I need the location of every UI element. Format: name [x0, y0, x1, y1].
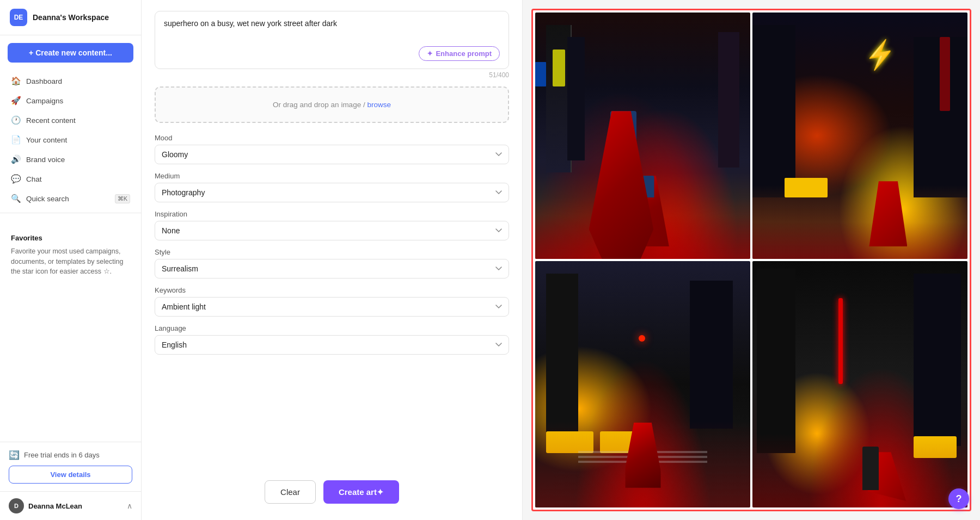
main-nav: 🏠 Dashboard 🚀 Campaigns 🕐 Recent content… [0, 67, 141, 234]
chat-icon: 💬 [11, 174, 21, 184]
help-button[interactable]: ? [948, 488, 969, 509]
building [690, 281, 733, 429]
billboard [553, 49, 566, 86]
bottom-actions: Clear Create art✦ [155, 471, 509, 509]
city-overlay-1 [535, 13, 750, 259]
favorites-title: Favorites [11, 234, 130, 242]
browse-link[interactable]: browse [367, 101, 391, 109]
sidebar-item-label: Quick search [26, 195, 69, 203]
mood-select[interactable]: Gloomy Happy Dark Mysterious Energetic [155, 145, 509, 164]
billboard [535, 62, 546, 86]
superhero-figure [625, 423, 660, 488]
prompt-text: superhero on a busy, wet new york street… [164, 19, 500, 41]
drag-drop-text: Or drag and drop an image / browse [273, 101, 391, 109]
cape [869, 181, 907, 246]
favorites-description: Favorite your most used campaigns, docum… [11, 246, 130, 277]
sidebar: DE Deanna's Workspace + Create new conte… [0, 0, 142, 520]
view-details-button[interactable]: View details [9, 466, 132, 484]
language-label: Language [155, 324, 509, 332]
sidebar-item-label: Recent content [26, 116, 76, 125]
neon-sign [838, 298, 843, 385]
content-area: superhero on a busy, wet new york street… [142, 0, 980, 520]
building [567, 37, 585, 160]
trial-icon: 🔄 [9, 450, 20, 460]
user-info: D Deanna McLean [9, 498, 82, 513]
create-new-button[interactable]: + Create new content... [8, 43, 133, 63]
your-content-icon: 📄 [11, 135, 21, 145]
building [546, 274, 578, 434]
inspiration-select[interactable]: None Cinematic Comic Book Abstract [155, 221, 509, 240]
enhance-prompt-button[interactable]: ✦ Enhance prompt [419, 46, 500, 61]
generated-image-2[interactable]: ⚡ [752, 13, 967, 259]
right-panel: ⚡ [523, 0, 980, 520]
generated-image-1[interactable] [535, 13, 750, 259]
keyboard-shortcut: ⌘K [115, 194, 130, 203]
mood-label: Mood [155, 134, 509, 142]
sidebar-item-label: Your content [26, 136, 67, 144]
trial-info: 🔄 Free trial ends in 6 days [9, 450, 132, 460]
main-content: superhero on a busy, wet new york street… [142, 0, 980, 520]
wet-reflection [535, 197, 750, 259]
user-avatar: D [9, 498, 24, 513]
cape [625, 423, 660, 488]
mood-group: Mood Gloomy Happy Dark Mysterious Energe… [155, 134, 509, 164]
sidebar-item-chat[interactable]: 💬 Chat [0, 169, 141, 189]
user-footer: D Deanna McLean ∧ [0, 491, 141, 520]
building [757, 269, 795, 454]
building [752, 25, 795, 197]
sidebar-item-dashboard[interactable]: 🏠 Dashboard [0, 71, 141, 91]
city-overlay-2: ⚡ [752, 13, 967, 259]
enhance-icon: ✦ [427, 49, 433, 58]
medium-select[interactable]: Photography Digital Art Oil Painting Wat… [155, 183, 509, 202]
generated-image-4[interactable] [752, 261, 967, 507]
superhero-figure [869, 181, 907, 246]
style-select[interactable]: Surrealism Realism Fantasy Minimalism [155, 259, 509, 278]
left-panel: superhero on a busy, wet new york street… [142, 0, 523, 520]
superhero-figure [862, 447, 879, 490]
sidebar-item-label: Dashboard [26, 77, 62, 85]
sidebar-item-recent[interactable]: 🕐 Recent content [0, 110, 141, 130]
lightning-billboard: ⚡ [862, 40, 899, 71]
neon-sign [940, 37, 951, 111]
search-icon: 🔍 [11, 194, 21, 203]
sidebar-item-brand-voice[interactable]: 🔊 Brand voice [0, 150, 141, 169]
enhance-label: Enhance prompt [436, 49, 492, 58]
sidebar-item-your-content[interactable]: 📄 Your content [0, 130, 141, 150]
brand-voice-icon: 🔊 [11, 154, 21, 164]
city-overlay-3 [535, 261, 750, 507]
traffic-light [639, 335, 645, 342]
clear-button[interactable]: Clear [265, 480, 316, 504]
recent-icon: 🕐 [11, 115, 21, 125]
keywords-group: Keywords Ambient light High contrast Bok… [155, 286, 509, 317]
style-group: Style Surrealism Realism Fantasy Minimal… [155, 248, 509, 278]
dashboard-icon: 🏠 [11, 76, 21, 86]
inspiration-label: Inspiration [155, 210, 509, 218]
language-group: Language English Spanish French German [155, 324, 509, 355]
style-label: Style [155, 248, 509, 256]
user-name: Deanna McLean [28, 502, 82, 510]
trial-label: Free trial ends in 6 days [24, 451, 100, 459]
taxi [785, 178, 828, 197]
workspace-avatar: DE [10, 9, 27, 26]
image-grid: ⚡ [531, 9, 971, 511]
keywords-select[interactable]: Ambient light High contrast Bokeh Long e… [155, 297, 509, 317]
sidebar-item-quick-search[interactable]: 🔍 Quick search ⌘K [0, 189, 141, 208]
building [718, 32, 740, 168]
drag-drop-area[interactable]: Or drag and drop an image / browse [155, 86, 509, 123]
keywords-label: Keywords [155, 286, 509, 294]
campaigns-icon: 🚀 [11, 96, 21, 106]
char-count: 51/400 [155, 71, 509, 79]
building [914, 274, 961, 446]
sidebar-item-label: Campaigns [26, 97, 63, 105]
medium-group: Medium Photography Digital Art Oil Paint… [155, 172, 509, 202]
suit [862, 447, 879, 490]
create-art-button[interactable]: Create art✦ [323, 480, 399, 504]
generated-image-3[interactable] [535, 261, 750, 507]
sidebar-item-label: Chat [26, 175, 42, 183]
sidebar-item-campaigns[interactable]: 🚀 Campaigns [0, 91, 141, 110]
workspace-header: DE Deanna's Workspace [0, 0, 141, 35]
inspiration-group: Inspiration None Cinematic Comic Book Ab… [155, 210, 509, 240]
prompt-actions: ✦ Enhance prompt [164, 46, 500, 61]
chevron-up-icon[interactable]: ∧ [127, 502, 132, 510]
language-select[interactable]: English Spanish French German [155, 335, 509, 355]
